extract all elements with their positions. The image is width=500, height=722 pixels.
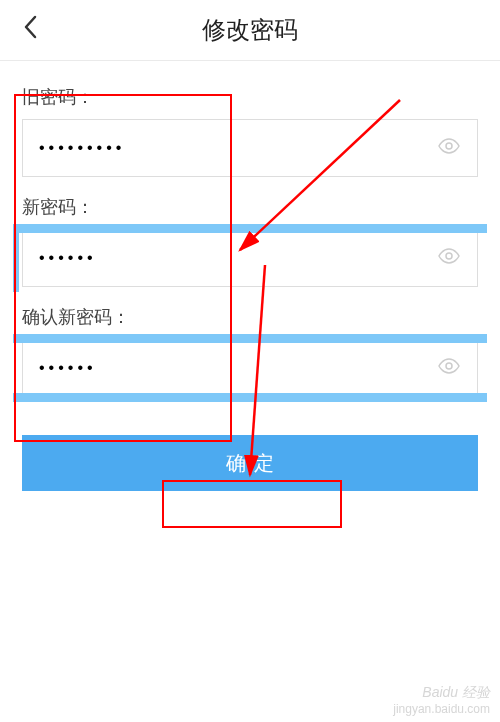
watermark-brand: Baidu 经验: [393, 684, 490, 702]
highlight: [13, 224, 487, 233]
highlight: [13, 334, 487, 343]
new-password-label: 新密码：: [22, 195, 478, 219]
field-confirm-password: 确认新密码：: [22, 305, 478, 397]
confirm-button[interactable]: 确定: [22, 435, 478, 491]
watermark: Baidu 经验 jingyan.baidu.com: [393, 684, 490, 716]
svg-point-1: [446, 253, 452, 259]
watermark-url: jingyan.baidu.com: [393, 702, 490, 716]
confirm-password-label: 确认新密码：: [22, 305, 478, 329]
new-password-input-wrap[interactable]: [22, 229, 478, 287]
old-password-input[interactable]: [39, 139, 437, 157]
svg-point-2: [446, 363, 452, 369]
highlight: [13, 224, 19, 292]
svg-point-0: [446, 143, 452, 149]
field-old-password: 旧密码：: [22, 85, 478, 177]
highlight: [13, 393, 487, 402]
old-password-input-wrap[interactable]: [22, 119, 478, 177]
header: 修改密码: [0, 0, 500, 60]
old-password-label: 旧密码：: [22, 85, 478, 109]
page-title: 修改密码: [202, 14, 298, 46]
confirm-password-input-wrap[interactable]: [22, 339, 478, 397]
eye-icon[interactable]: [437, 134, 461, 162]
eye-icon[interactable]: [437, 244, 461, 272]
back-icon[interactable]: [16, 8, 44, 53]
change-password-form: 旧密码： 新密码： 确认新密码：: [0, 61, 500, 397]
eye-icon[interactable]: [437, 354, 461, 382]
new-password-input[interactable]: [39, 249, 437, 267]
field-new-password: 新密码：: [22, 195, 478, 287]
confirm-password-input[interactable]: [39, 359, 437, 377]
